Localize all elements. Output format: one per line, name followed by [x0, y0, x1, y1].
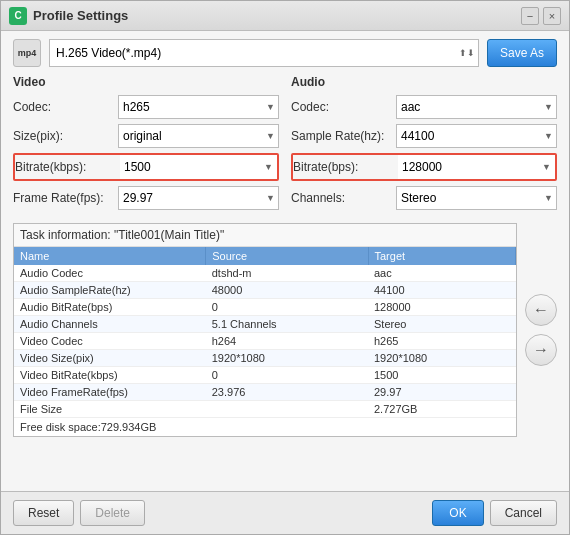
video-framerate-select-wrapper: 29.97	[118, 186, 279, 210]
nav-forward-button[interactable]: →	[525, 334, 557, 366]
cell-source: 48000	[206, 282, 368, 299]
bottom-bar: Reset Delete OK Cancel	[1, 491, 569, 534]
ok-button[interactable]: OK	[432, 500, 483, 526]
video-codec-row: Codec: h265	[13, 95, 279, 119]
panels-row: Video Codec: h265 Size(pix): original	[13, 75, 557, 215]
task-table: Name Source Target Audio Codecdtshd-maac…	[14, 247, 516, 418]
bottom-left-buttons: Reset Delete	[13, 500, 145, 526]
cell-target: 1500	[368, 367, 516, 384]
col-header-target: Target	[368, 247, 516, 265]
cell-source: 5.1 Channels	[206, 316, 368, 333]
video-size-label: Size(pix):	[13, 129, 118, 143]
video-bitrate-row: Bitrate(kbps):	[13, 153, 279, 181]
cell-target: Stereo	[368, 316, 516, 333]
audio-samplerate-row: Sample Rate(hz): 44100	[291, 124, 557, 148]
cell-source: 23.976	[206, 384, 368, 401]
table-row: Video Size(pix)1920*10801920*1080	[14, 350, 516, 367]
close-button[interactable]: ×	[543, 7, 561, 25]
cell-name: Video Size(pix)	[14, 350, 206, 367]
content-area: mp4 H.265 Video(*.mp4) Save As Video Cod…	[1, 31, 569, 491]
table-row: Audio Channels5.1 ChannelsStereo	[14, 316, 516, 333]
video-framerate-row: Frame Rate(fps): 29.97	[13, 186, 279, 210]
table-header-row: Name Source Target	[14, 247, 516, 265]
disk-space: Free disk space:729.934GB	[14, 418, 516, 436]
delete-button[interactable]: Delete	[80, 500, 145, 526]
audio-samplerate-select[interactable]: 44100	[396, 124, 557, 148]
audio-bitrate-row: Bitrate(bps): 128000	[291, 153, 557, 181]
audio-codec-row: Codec: aac	[291, 95, 557, 119]
task-header: Task information: "Title001(Main Title)"	[14, 224, 516, 247]
table-row: Audio SampleRate(hz)4800044100	[14, 282, 516, 299]
video-size-select-wrapper: original	[118, 124, 279, 148]
title-bar: C Profile Settings − ×	[1, 1, 569, 31]
task-wrapper: Task information: "Title001(Main Title)"…	[13, 223, 517, 437]
table-row: Video FrameRate(fps)23.97629.97	[14, 384, 516, 401]
video-bitrate-input[interactable]	[120, 155, 277, 179]
minimize-button[interactable]: −	[521, 7, 539, 25]
nav-buttons: ← →	[525, 223, 557, 437]
title-controls: − ×	[521, 7, 561, 25]
cell-name: Audio BitRate(bps)	[14, 299, 206, 316]
cell-name: Video BitRate(kbps)	[14, 367, 206, 384]
cell-source: dtshd-m	[206, 265, 368, 282]
window-title: Profile Settings	[33, 8, 128, 23]
cell-source: 0	[206, 299, 368, 316]
audio-bitrate-select[interactable]: 128000	[398, 155, 555, 179]
cell-name: Video Codec	[14, 333, 206, 350]
cell-source: 0	[206, 367, 368, 384]
table-row: Video BitRate(kbps)01500	[14, 367, 516, 384]
video-codec-select[interactable]: h265	[118, 95, 279, 119]
task-table-body: Audio Codecdtshd-maacAudio SampleRate(hz…	[14, 265, 516, 418]
table-row: File Size2.727GB	[14, 401, 516, 418]
audio-codec-select[interactable]: aac	[396, 95, 557, 119]
audio-samplerate-select-wrapper: 44100	[396, 124, 557, 148]
video-bitrate-input-wrapper	[120, 155, 277, 179]
audio-samplerate-label: Sample Rate(hz):	[291, 129, 396, 143]
cell-target: aac	[368, 265, 516, 282]
save-as-button[interactable]: Save As	[487, 39, 557, 67]
cell-name: Audio Codec	[14, 265, 206, 282]
audio-panel-title: Audio	[291, 75, 557, 89]
video-framerate-select[interactable]: 29.97	[118, 186, 279, 210]
video-size-row: Size(pix): original	[13, 124, 279, 148]
audio-channels-select[interactable]: Stereo	[396, 186, 557, 210]
video-framerate-label: Frame Rate(fps):	[13, 191, 118, 205]
format-row: mp4 H.265 Video(*.mp4) Save As	[13, 39, 557, 67]
format-select[interactable]: H.265 Video(*.mp4)	[49, 39, 479, 67]
audio-panel: Audio Codec: aac Sample Rate(hz): 44100	[291, 75, 557, 215]
profile-settings-window: C Profile Settings − × mp4 H.265 Video(*…	[0, 0, 570, 535]
video-panel: Video Codec: h265 Size(pix): original	[13, 75, 279, 215]
audio-channels-row: Channels: Stereo	[291, 186, 557, 210]
cell-target: 29.97	[368, 384, 516, 401]
col-header-name: Name	[14, 247, 206, 265]
reset-button[interactable]: Reset	[13, 500, 74, 526]
cell-name: Audio SampleRate(hz)	[14, 282, 206, 299]
cell-source	[206, 401, 368, 418]
title-bar-left: C Profile Settings	[9, 7, 128, 25]
task-section: Task information: "Title001(Main Title)"…	[13, 223, 517, 437]
cancel-button[interactable]: Cancel	[490, 500, 557, 526]
cell-name: Audio Channels	[14, 316, 206, 333]
cell-source: 1920*1080	[206, 350, 368, 367]
audio-channels-label: Channels:	[291, 191, 396, 205]
video-codec-select-wrapper: h265	[118, 95, 279, 119]
cell-target: 128000	[368, 299, 516, 316]
audio-channels-select-wrapper: Stereo	[396, 186, 557, 210]
cell-source: h264	[206, 333, 368, 350]
audio-bitrate-select-wrapper: 128000	[398, 155, 555, 179]
video-size-select[interactable]: original	[118, 124, 279, 148]
video-panel-title: Video	[13, 75, 279, 89]
cell-target: h265	[368, 333, 516, 350]
cell-name: File Size	[14, 401, 206, 418]
format-icon: mp4	[13, 39, 41, 67]
table-row: Video Codech264h265	[14, 333, 516, 350]
bottom-right-buttons: OK Cancel	[432, 500, 557, 526]
app-icon: C	[9, 7, 27, 25]
col-header-source: Source	[206, 247, 368, 265]
table-row: Audio Codecdtshd-maac	[14, 265, 516, 282]
cell-target: 44100	[368, 282, 516, 299]
main-content: Task information: "Title001(Main Title)"…	[13, 223, 557, 437]
video-codec-label: Codec:	[13, 100, 118, 114]
nav-back-button[interactable]: ←	[525, 294, 557, 326]
video-bitrate-label: Bitrate(kbps):	[15, 160, 120, 174]
